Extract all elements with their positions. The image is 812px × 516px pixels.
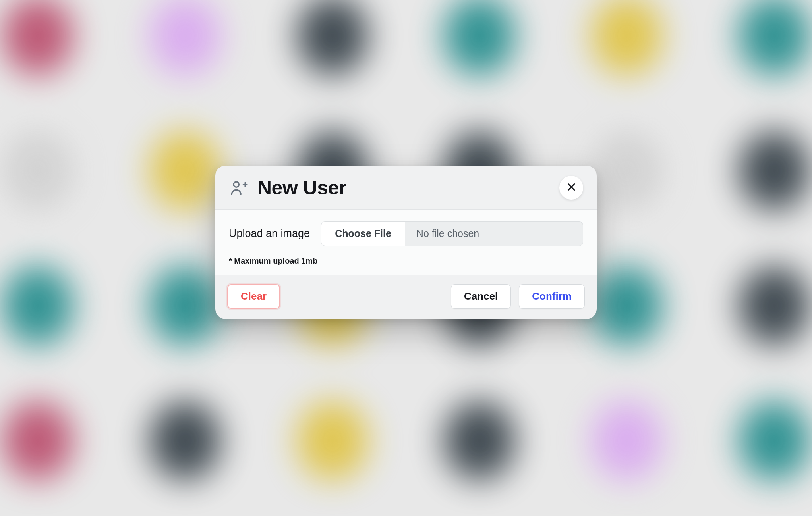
upload-hint: * Maximum upload 1mb: [229, 256, 583, 266]
file-picker: Choose File No file chosen: [321, 221, 583, 246]
confirm-button[interactable]: Confirm: [519, 284, 585, 309]
close-button[interactable]: [559, 176, 583, 200]
upload-label: Upload an image: [229, 227, 310, 240]
dialog-body: Upload an image Choose File No file chos…: [215, 209, 597, 275]
new-user-dialog: New User Upload an image Choose File No …: [215, 166, 597, 319]
choose-file-button[interactable]: Choose File: [321, 222, 405, 246]
file-status-text: No file chosen: [405, 222, 583, 246]
close-icon: [566, 182, 576, 193]
upload-row: Upload an image Choose File No file chos…: [229, 221, 583, 246]
dialog-title: New User: [257, 176, 551, 199]
cancel-button[interactable]: Cancel: [451, 284, 511, 309]
svg-point-0: [234, 182, 239, 187]
dialog-footer: Clear Cancel Confirm: [215, 275, 597, 319]
clear-button[interactable]: Clear: [227, 284, 280, 309]
dialog-header: New User: [215, 166, 597, 209]
user-plus-icon: [229, 178, 249, 198]
